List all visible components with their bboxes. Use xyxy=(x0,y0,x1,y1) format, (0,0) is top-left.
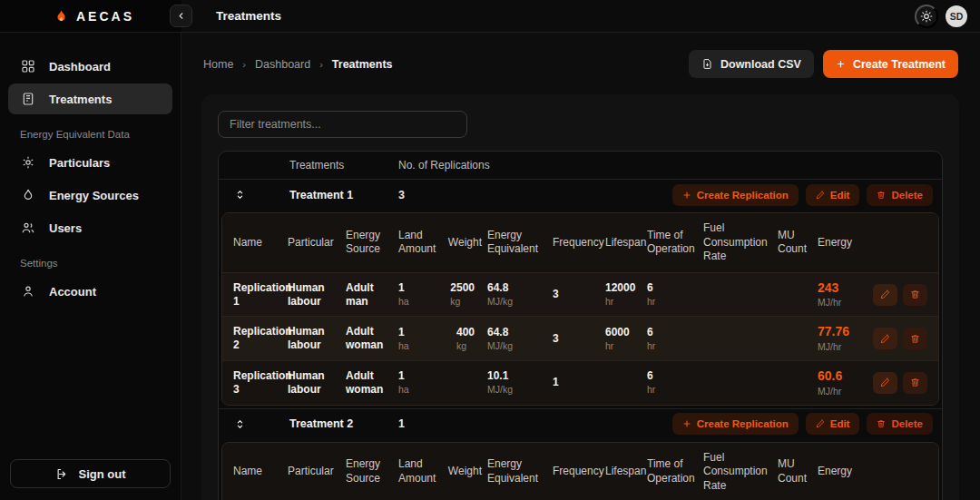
col-energy: Energy xyxy=(818,236,870,250)
logout-icon xyxy=(55,467,69,481)
energy-equivalent-value: 10.1 xyxy=(487,369,547,383)
energy-value: 243 xyxy=(818,280,865,297)
delete-treatment-button[interactable]: Delete xyxy=(867,184,933,206)
create-treatment-button[interactable]: Create Treatment xyxy=(823,50,958,78)
delete-replication-button[interactable] xyxy=(903,284,927,306)
sidebar-item-label: Users xyxy=(49,221,82,235)
trash-icon xyxy=(910,377,920,387)
treatments-table: Treatments No. of Replications Treatment… xyxy=(218,151,943,500)
topbar-main: Treatments SD xyxy=(181,0,980,32)
frequency-value: 1 xyxy=(553,376,600,389)
trash-icon xyxy=(877,191,886,200)
replications-table: Name Particular Energy Source Land Amoun… xyxy=(221,212,939,406)
edit-replication-button[interactable] xyxy=(873,328,897,349)
replication-name: Replication 3 xyxy=(233,369,282,397)
edit-treatment-button[interactable]: Edit xyxy=(806,413,860,435)
pencil-icon xyxy=(880,334,890,344)
particular-value: Human labour xyxy=(288,369,340,397)
col-land-amount: Land Amount xyxy=(398,457,442,485)
breadcrumb-dashboard[interactable]: Dashboard xyxy=(255,58,310,71)
trash-icon xyxy=(877,419,886,428)
energy-equivalent-unit: MJ/kg xyxy=(487,340,547,352)
sidebar-item-account[interactable]: Account xyxy=(8,276,172,307)
energy-unit: MJ/hr xyxy=(818,297,865,309)
replications-header-row: Name Particular Energy Source Land Amoun… xyxy=(222,213,938,272)
col-mu-count: MU Count xyxy=(778,457,818,485)
pencil-icon xyxy=(880,377,890,387)
flame-icon xyxy=(21,188,35,202)
edit-replication-button[interactable] xyxy=(873,372,897,394)
create-replication-label: Create Replication xyxy=(697,418,789,429)
download-csv-button[interactable]: Download CSV xyxy=(689,50,814,78)
delete-label: Delete xyxy=(891,418,923,429)
treatments-card: Treatments No. of Replications Treatment… xyxy=(201,94,959,500)
breadcrumb-home[interactable]: Home xyxy=(203,58,233,71)
file-download-icon xyxy=(701,58,713,70)
pencil-icon xyxy=(880,289,890,299)
sidebar-item-dashboard[interactable]: Dashboard xyxy=(8,51,172,82)
sidebar-item-energy-sources[interactable]: Energy Sources xyxy=(8,180,172,211)
create-replication-button[interactable]: Create Replication xyxy=(672,413,799,435)
topbar: AECAS Treatments SD xyxy=(0,0,980,33)
brand-name: AECAS xyxy=(76,9,134,24)
sidebar-group-energy-data: Energy Equivalent Data xyxy=(20,129,181,140)
grid-icon xyxy=(21,59,35,74)
expand-toggle-icon[interactable] xyxy=(230,185,250,205)
main-content: Home › Dashboard › Treatments Download C… xyxy=(181,33,980,500)
energy-unit: MJ/hr xyxy=(818,341,865,353)
replication-row: Replication 2 Human labour Adult woman 1… xyxy=(222,316,938,360)
col-time-of-operation: Time of Operation xyxy=(647,457,703,485)
land-amount-unit: ha xyxy=(398,384,436,396)
col-particular: Particular xyxy=(288,465,346,479)
pencil-icon xyxy=(816,419,825,428)
col-mu-count: MU Count xyxy=(778,229,818,257)
expand-toggle-icon[interactable] xyxy=(230,414,250,434)
download-csv-label: Download CSV xyxy=(720,58,801,71)
avatar[interactable]: SD xyxy=(946,5,967,27)
weight-unit: kg xyxy=(450,296,475,308)
sidebar-item-users[interactable]: Users xyxy=(8,212,172,243)
trash-icon xyxy=(910,334,920,344)
delete-treatment-button[interactable]: Delete xyxy=(867,413,933,435)
energy-source-value: Adult man xyxy=(346,281,393,309)
person-icon xyxy=(21,284,35,299)
col-energy: Energy xyxy=(818,465,870,479)
delete-replication-button[interactable] xyxy=(903,328,927,349)
edit-treatment-button[interactable]: Edit xyxy=(806,184,860,206)
replication-row: Replication 1 Human labour Adult man 1ha… xyxy=(222,272,938,317)
time-of-operation-unit: hr xyxy=(647,384,698,396)
lifespan-value: 6000 xyxy=(605,326,642,339)
replications-header-row: Name Particular Energy Source Land Amoun… xyxy=(222,443,938,500)
col-treatments: Treatments xyxy=(289,159,398,172)
time-of-operation-unit: hr xyxy=(647,340,698,352)
replication-row: Replication 3 Human labour Adult woman 1… xyxy=(222,360,938,405)
edit-label: Edit xyxy=(830,418,850,429)
sidebar-item-label: Energy Sources xyxy=(49,189,139,202)
sidebar-item-label: Dashboard xyxy=(49,60,111,74)
land-amount-unit: ha xyxy=(398,296,436,308)
col-fuel-consumption-rate: Fuel Consumption Rate xyxy=(703,451,778,494)
col-land-amount: Land Amount xyxy=(398,229,442,257)
plus-icon xyxy=(836,59,846,69)
page-title: Treatments xyxy=(216,9,281,23)
filter-treatments-input[interactable] xyxy=(218,111,467,138)
breadcrumb-separator-icon: › xyxy=(319,59,323,70)
theme-toggle-button[interactable] xyxy=(915,5,938,28)
time-of-operation-value: 6 xyxy=(647,326,698,339)
sign-out-button[interactable]: Sign out xyxy=(10,459,171,488)
chevron-left-icon xyxy=(176,11,186,21)
col-lifespan: Lifespan xyxy=(605,465,647,479)
col-frequency: Frequency xyxy=(553,465,605,479)
back-button[interactable] xyxy=(170,5,192,27)
energy-equivalent-value: 64.8 xyxy=(487,326,547,339)
sidebar-item-particulars[interactable]: Particulars xyxy=(8,147,172,178)
sidebar-item-treatments[interactable]: Treatments xyxy=(8,83,172,114)
treatment-name: Treatment 2 xyxy=(289,417,398,430)
col-particular: Particular xyxy=(288,236,346,250)
particular-value: Human labour xyxy=(288,281,340,309)
edit-replication-button[interactable] xyxy=(873,284,897,306)
energy-value: 60.6 xyxy=(818,368,865,385)
delete-replication-button[interactable] xyxy=(903,372,927,394)
create-replication-button[interactable]: Create Replication xyxy=(672,184,799,206)
treatment-name: Treatment 1 xyxy=(289,189,398,201)
